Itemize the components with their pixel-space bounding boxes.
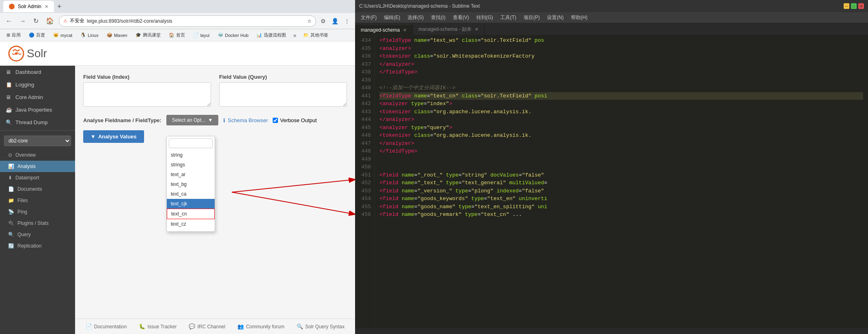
- back-button[interactable]: ←: [3, 16, 15, 26]
- bookmark-home[interactable]: 🏠 首页: [166, 31, 188, 39]
- line-num-441: 441: [358, 92, 371, 100]
- dropdown-item-strings[interactable]: strings: [167, 160, 215, 170]
- dropdown-item-text-cjk[interactable]: text_cjk: [167, 199, 215, 209]
- bookmark-mycat[interactable]: 🐱 mycat: [50, 31, 75, 39]
- bookmark-tencent[interactable]: 🎓 腾讯课堂: [132, 31, 164, 39]
- svg-point-1: [15, 52, 17, 55]
- footer-link-community[interactable]: 👥 Community forum: [237, 323, 284, 330]
- sidebar-item-query[interactable]: 🔍 Query: [0, 229, 75, 240]
- minimize-button[interactable]: ─: [844, 3, 849, 9]
- code-area[interactable]: <fieldType name="text_ws" class="solr.Te…: [375, 35, 868, 328]
- footer-link-documentation[interactable]: 📄 Documentation: [86, 323, 127, 330]
- bookmark-layui[interactable]: 📄 layui: [190, 31, 213, 39]
- bookmark-linux[interactable]: 🐧 Linux: [77, 31, 101, 39]
- dropdown-item-text-da[interactable]: text_da: [167, 229, 215, 231]
- core-select-dropdown[interactable]: db2-core: [4, 136, 71, 146]
- tab-copy-close[interactable]: ✕: [475, 27, 478, 32]
- maximize-button[interactable]: □: [851, 3, 857, 9]
- profile-button[interactable]: 👤: [330, 17, 340, 26]
- menu-view[interactable]: 查看(V): [450, 13, 472, 22]
- address-bar[interactable]: ⚠ 不安全 leige.plus:8983/solr/#/db2-core/an…: [59, 15, 316, 27]
- solr-app: Solr 🖥 Dashboard 📋 Logging 🖥 Core Admin: [0, 41, 355, 334]
- bookmarks-more-button[interactable]: »: [291, 31, 298, 40]
- new-tab-button[interactable]: +: [57, 2, 62, 11]
- close-button[interactable]: ✕: [858, 3, 864, 9]
- dropdown-item-text-cz[interactable]: text_cz: [167, 219, 215, 229]
- sidebar-item-analysis[interactable]: 📊 Analysis: [0, 161, 75, 172]
- bookmark-maven[interactable]: 📦 Maven: [103, 31, 131, 39]
- sublime-code-editor: 434 435 436 437 438 439 440 441 442 443 …: [355, 35, 868, 328]
- schema-browser-link[interactable]: ℹ Schema Browser: [223, 117, 268, 123]
- sidebar-item-javaprops[interactable]: ☕ Java Properties: [0, 103, 75, 116]
- bookmark-apps[interactable]: ⊞ 应用: [3, 31, 24, 39]
- field-select-button[interactable]: Select an Opt... ▼: [166, 115, 219, 125]
- sidebar-item-coreadmin[interactable]: 🖥 Core Admin: [0, 91, 75, 103]
- sidebar-item-overview[interactable]: ⊙ Overview: [0, 149, 75, 161]
- sidebar-item-dashboard[interactable]: 🖥 Dashboard: [0, 66, 75, 78]
- bookmark-other[interactable]: 📁 其他书签: [300, 31, 332, 39]
- menu-goto[interactable]: 转到(G): [473, 13, 496, 22]
- sidebar-label-dashboard: Dashboard: [15, 69, 41, 75]
- star-icon[interactable]: ☆: [307, 18, 312, 24]
- dropdown-item-text-ar[interactable]: text_ar: [167, 170, 215, 179]
- documentation-icon: 📄: [86, 323, 92, 330]
- dropdown-search-input[interactable]: [169, 138, 213, 148]
- line-num-446: 446: [358, 131, 371, 140]
- tab-close-btn[interactable]: ✕: [45, 4, 48, 9]
- menu-find[interactable]: 查找(I): [428, 13, 448, 22]
- sidebar-item-dataimport[interactable]: ⬇ Dataimport: [0, 172, 75, 183]
- menu-file[interactable]: 文件(F): [358, 13, 380, 22]
- dropdown-item-string[interactable]: string: [167, 150, 215, 160]
- sidebar-item-documents[interactable]: 📄 Documents: [0, 183, 75, 195]
- solr-logo-svg: [8, 45, 24, 62]
- bookmark-baidu[interactable]: 🔵 百度: [26, 31, 48, 39]
- code-line-453: <field name="_version_" type="plong" ind…: [379, 187, 863, 195]
- forward-button[interactable]: →: [17, 16, 28, 26]
- sidebar-item-threaddump[interactable]: 🔍 Thread Dump: [0, 116, 75, 129]
- browser-tab-solr[interactable]: Solr Admin ✕: [3, 1, 54, 12]
- footer-link-querysyntax[interactable]: 🔍 Solr Query Syntax: [297, 323, 345, 330]
- dropdown-item-text-bg[interactable]: text_bg: [167, 179, 215, 189]
- field-value-index-input[interactable]: [83, 82, 211, 107]
- menu-help[interactable]: 帮助(H): [568, 13, 591, 22]
- verbose-output-label[interactable]: Verbose Output: [273, 117, 317, 123]
- sidebar-item-replication[interactable]: 🔄 Replication: [0, 240, 75, 252]
- sidebar-item-logging[interactable]: 📋 Logging: [0, 78, 75, 91]
- bookmark-docker[interactable]: 🐳 Docker Hub: [214, 31, 252, 39]
- reload-button[interactable]: ↻: [31, 15, 41, 26]
- sublime-editor-wrapper: C:\Users\LJH\Desktop\managed-schema - Su…: [355, 0, 868, 334]
- extensions-button[interactable]: ⚙: [319, 17, 328, 26]
- home-button[interactable]: 🏠: [43, 15, 56, 26]
- menu-settings[interactable]: 设置(N): [544, 13, 567, 22]
- field-value-query-input[interactable]: [219, 82, 347, 107]
- menu-tools[interactable]: 工具(T): [497, 13, 519, 22]
- menu-select[interactable]: 选择(S): [404, 13, 427, 22]
- solr-body: 🖥 Dashboard 📋 Logging 🖥 Core Admin ☕ Jav…: [0, 66, 355, 334]
- footer-link-irc[interactable]: 💬 IRC Channel: [189, 323, 225, 330]
- code-line-443: <tokenizer class="org.apache.lucene.anal…: [379, 108, 863, 116]
- sublime-scrollbar[interactable]: [355, 328, 868, 334]
- sublime-tab-main[interactable]: managed-schema ✕: [355, 25, 413, 35]
- tab-main-label: managed-schema: [361, 27, 400, 33]
- menu-edit[interactable]: 编辑(E): [381, 13, 403, 22]
- bookmark-xunjie[interactable]: 📊 迅捷流程图: [253, 31, 289, 39]
- analyse-values-button[interactable]: ▼ Analyse Values: [83, 130, 144, 143]
- sidebar-item-ping[interactable]: 📡 Ping: [0, 206, 75, 218]
- sidebar-item-files[interactable]: 📁 Files: [0, 195, 75, 206]
- tab-main-close[interactable]: ✕: [403, 28, 407, 33]
- code-line-455: <field name="goods_name" type="text_en_s…: [379, 203, 863, 211]
- core-selector[interactable]: db2-core: [4, 136, 71, 146]
- verbose-checkbox-input[interactable]: [273, 118, 278, 123]
- dropdown-scrollarea[interactable]: string strings text_ar text_bg text_ca t…: [167, 150, 215, 231]
- dropdown-item-text-cn[interactable]: text_cn: [167, 209, 215, 219]
- sidebar-item-plugins[interactable]: 🔌 Plugins / Stats: [0, 218, 75, 229]
- querysyntax-icon: 🔍: [297, 323, 303, 330]
- menu-project[interactable]: 项目(P): [520, 13, 543, 22]
- footer-link-issuetracker[interactable]: 🐛 Issue Tracker: [139, 323, 177, 330]
- sublime-tab-copy[interactable]: managed-schema - 副本 ✕: [413, 24, 485, 35]
- sidebar-label-replication: Replication: [17, 243, 41, 249]
- more-button[interactable]: ⋮: [342, 17, 352, 26]
- sidebar-label-dataimport: Dataimport: [15, 175, 39, 181]
- dropdown-item-text-ca[interactable]: text_ca: [167, 189, 215, 199]
- code-line-456: <field name="goods_remark" type="text_cn…: [379, 211, 863, 219]
